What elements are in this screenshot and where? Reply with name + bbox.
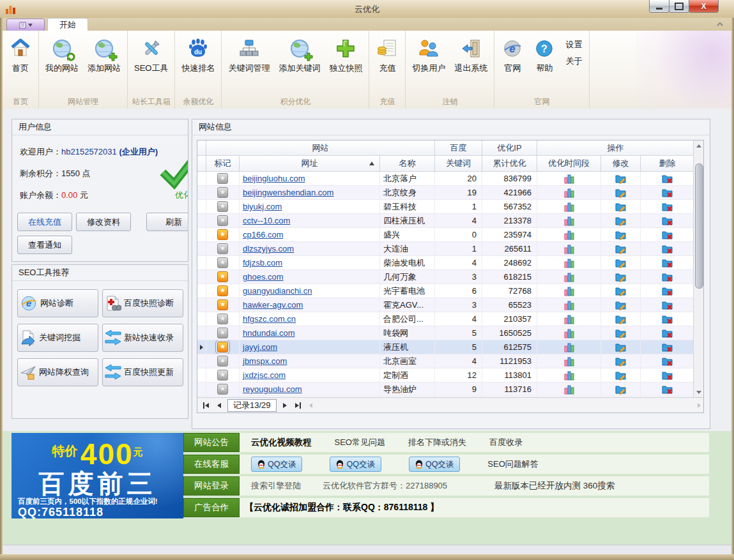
- delete-cell[interactable]: [641, 368, 694, 382]
- qq-chat-button[interactable]: QQ交谈: [409, 457, 460, 472]
- star-icon[interactable]: ★: [217, 173, 228, 184]
- horizontal-scrollbar[interactable]: [307, 398, 703, 412]
- time-range-cell[interactable]: [537, 340, 601, 354]
- edit-cell[interactable]: [601, 354, 641, 368]
- qq-chat-button[interactable]: QQ交谈: [251, 457, 302, 472]
- time-range-cell[interactable]: [537, 172, 601, 186]
- ribbon-collapse-chevron-icon[interactable]: [716, 22, 724, 27]
- edit-cell[interactable]: [601, 172, 641, 186]
- mark-cell[interactable]: ★: [206, 326, 240, 340]
- star-icon[interactable]: ★: [217, 328, 228, 338]
- edit-cell[interactable]: [601, 228, 641, 242]
- mark-cell[interactable]: ★: [206, 172, 240, 186]
- exit-system-button[interactable]: 退出系统: [450, 35, 492, 76]
- mark-cell[interactable]: ★: [206, 256, 240, 270]
- ad-banner[interactable]: 特价 400元 百度前三 百度前三页内，500以下指数的正规企业词! QQ:76…: [11, 433, 183, 518]
- site-url-link[interactable]: cctv--10.com: [243, 216, 290, 225]
- table-row[interactable]: ★ biyukj.com 碧玉科技 1 567352: [197, 200, 703, 214]
- table-row[interactable]: ★ cp166.com 盛兴 0 235974: [197, 228, 703, 242]
- mark-cell[interactable]: ★: [206, 214, 240, 228]
- star-icon[interactable]: ★: [217, 229, 228, 240]
- site-diagnose-button[interactable]: e 网站诊断: [17, 289, 98, 317]
- mark-cell[interactable]: ★: [206, 354, 240, 368]
- site-url-link[interactable]: jxdzjsc.com: [243, 370, 286, 380]
- col-header-name[interactable]: 名称: [380, 156, 435, 172]
- delete-cell[interactable]: [641, 298, 694, 312]
- time-range-cell[interactable]: [537, 382, 601, 397]
- my-sites-button[interactable]: 我的网站: [41, 35, 83, 76]
- maximize-button[interactable]: [669, 0, 689, 13]
- group-header-optimize-ip[interactable]: 优化IP: [482, 140, 537, 156]
- site-url-link[interactable]: dlzszyjys.com: [243, 244, 294, 254]
- delete-cell[interactable]: [641, 270, 694, 284]
- edit-cell[interactable]: [601, 200, 641, 214]
- table-row[interactable]: ★ beijingluohu.com 北京落户 20 836799: [197, 172, 703, 186]
- time-range-cell[interactable]: [537, 228, 601, 242]
- edit-cell[interactable]: [601, 312, 641, 326]
- col-header-keywords[interactable]: 关键词: [435, 156, 482, 172]
- star-icon[interactable]: ★: [217, 356, 228, 367]
- site-url-link[interactable]: hndundai.com: [243, 328, 295, 338]
- first-page-button[interactable]: [201, 400, 211, 411]
- time-range-cell[interactable]: [537, 186, 601, 200]
- star-icon[interactable]: ★: [217, 285, 228, 296]
- next-page-button[interactable]: [280, 400, 290, 411]
- delete-cell[interactable]: [641, 354, 694, 368]
- time-range-cell[interactable]: [537, 354, 601, 368]
- edit-profile-button[interactable]: 修改资料: [76, 213, 131, 231]
- mark-cell[interactable]: ★: [206, 186, 240, 200]
- edit-cell[interactable]: [601, 368, 641, 382]
- col-header-total[interactable]: 累计优化: [482, 156, 537, 172]
- star-icon[interactable]: ★: [217, 187, 228, 198]
- edit-cell[interactable]: [601, 242, 641, 256]
- edit-cell[interactable]: [601, 326, 641, 340]
- col-header-time-range[interactable]: 优化时间段: [537, 156, 601, 172]
- app-menu-button[interactable]: [6, 19, 45, 31]
- star-icon[interactable]: ★: [217, 201, 228, 212]
- mark-cell[interactable]: ★: [206, 298, 240, 312]
- qq-chat-button[interactable]: QQ交谈: [330, 457, 381, 472]
- add-site-button[interactable]: 添加网站: [83, 35, 125, 76]
- site-url-link[interactable]: hawker-agv.com: [243, 300, 303, 310]
- online-recharge-button[interactable]: 在线充值: [17, 213, 72, 231]
- star-icon[interactable]: ★: [217, 314, 228, 324]
- table-row[interactable]: ★ fdjzsb.com 柴油发电机 4 248692: [197, 256, 703, 270]
- scroll-up-button[interactable]: [694, 140, 703, 151]
- table-row[interactable]: ★ dlzszyjys.com 大连油 1 265611: [197, 242, 703, 256]
- seo-tools-button[interactable]: SEO工具: [130, 35, 172, 76]
- time-range-cell[interactable]: [537, 242, 601, 256]
- recharge-button[interactable]: 充值: [371, 35, 403, 76]
- delete-cell[interactable]: [641, 186, 694, 200]
- delete-cell[interactable]: [641, 382, 694, 397]
- star-icon[interactable]: ★: [217, 271, 228, 282]
- home-button[interactable]: 首页: [4, 35, 36, 76]
- table-row[interactable]: ★ jbmspx.com 北京画室 4 1121953: [197, 354, 703, 368]
- mark-cell[interactable]: ★: [206, 312, 240, 326]
- col-header-mark[interactable]: 标记: [206, 156, 240, 172]
- site-url-link[interactable]: beijingwenshendian.com: [243, 188, 333, 197]
- snapshot-update-button[interactable]: 百度快照更新: [102, 358, 183, 386]
- time-range-cell[interactable]: [537, 256, 601, 270]
- site-url-link[interactable]: biyukj.com: [243, 202, 282, 211]
- table-row[interactable]: ★ ghoes.com 几何万象 3 618215: [197, 270, 703, 284]
- mark-cell[interactable]: ★: [206, 270, 240, 284]
- edit-cell[interactable]: [601, 214, 641, 228]
- vertical-scrollbar[interactable]: [693, 140, 703, 397]
- col-header-url[interactable]: 网址: [240, 156, 380, 172]
- site-url-link[interactable]: jayyj.com: [243, 342, 277, 352]
- site-url-link[interactable]: hfgszc.com.cn: [243, 314, 296, 324]
- delete-cell[interactable]: [641, 200, 694, 214]
- table-row[interactable]: ★ beijingwenshendian.com 北京纹身 19 421966: [197, 186, 703, 200]
- time-range-cell[interactable]: [537, 368, 601, 382]
- news-link[interactable]: SEO常见问题: [335, 437, 385, 448]
- star-icon[interactable]: ★: [217, 215, 228, 226]
- site-url-link[interactable]: guangyudianchi.cn: [243, 286, 312, 296]
- scroll-down-button[interactable]: [694, 387, 703, 397]
- switch-user-button[interactable]: 切换用户: [408, 35, 450, 76]
- table-row[interactable]: ★ hfgszc.com.cn 合肥公司... 4 210357: [197, 312, 703, 326]
- news-link[interactable]: 百度收录: [489, 437, 523, 448]
- edit-cell[interactable]: [601, 298, 641, 312]
- delete-cell[interactable]: [641, 326, 694, 340]
- site-url-link[interactable]: ghoes.com: [243, 272, 284, 282]
- news-highlight[interactable]: 最新版本已经开放内测 360搜索: [494, 480, 615, 492]
